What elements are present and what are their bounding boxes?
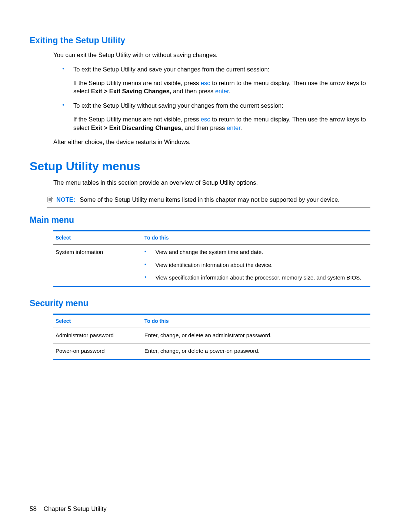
note-label: NOTE:	[56, 196, 75, 203]
note-icon	[47, 196, 53, 205]
cell-todo: Enter, change, or delete an administrato…	[142, 328, 370, 344]
list-item: View identification information about th…	[144, 261, 368, 269]
bullet-lead: To exit the Setup Utility without saving…	[73, 102, 283, 109]
heading-setup-menus: Setup Utility menus	[30, 160, 370, 173]
security-menu-table: Select To do this Administrator password…	[53, 314, 370, 359]
exiting-body: You can exit the Setup Utility with or w…	[53, 51, 370, 146]
heading-security-menu: Security menu	[30, 298, 370, 308]
menus-intro: The menu tables in this section provide …	[53, 178, 370, 187]
page-number: 58	[30, 505, 37, 512]
col-select: Select	[53, 314, 142, 328]
table-row: System information View and change the s…	[53, 244, 370, 286]
enter-key: enter	[227, 124, 240, 131]
main-menu-table: Select To do this System information Vie…	[53, 230, 370, 286]
cell-select: Power-on password	[53, 344, 142, 359]
list-item: View and change the system time and date…	[144, 248, 368, 256]
note-text: Some of the Setup Utility menu items lis…	[80, 196, 340, 203]
table-row: Administrator password Enter, change, or…	[53, 328, 370, 344]
security-menu-table-wrap: Select To do this Administrator password…	[53, 314, 370, 360]
main-menu-table-wrap: Select To do this System information Vie…	[53, 230, 370, 287]
cell-select: Administrator password	[53, 328, 142, 344]
page-footer: 58 Chapter 5 Setup Utility	[30, 505, 107, 513]
col-todo: To do this	[142, 231, 370, 244]
esc-key: esc	[201, 80, 210, 86]
exit-discard-bullet: To exit the Setup Utility without saving…	[62, 101, 370, 132]
exit-save-bullet: To exit the Setup Utility and save your …	[62, 65, 370, 96]
col-todo: To do this	[142, 314, 370, 328]
menu-path: Exit > Exit Saving Changes,	[91, 88, 171, 94]
enter-key: enter	[215, 88, 229, 94]
exiting-intro: You can exit the Setup Utility with or w…	[53, 51, 370, 59]
bullet-lead: To exit the Setup Utility and save your …	[73, 66, 269, 73]
menu-path: Exit > Exit Discarding Changes,	[91, 124, 183, 131]
bullet-sub: If the Setup Utility menus are not visib…	[73, 79, 370, 96]
exiting-after: After either choice, the device restarts…	[53, 138, 370, 146]
bullet-sub: If the Setup Utility menus are not visib…	[73, 115, 370, 132]
heading-main-menu: Main menu	[30, 215, 370, 225]
col-select: Select	[53, 231, 142, 244]
cell-todo: Enter, change, or delete a power-on pass…	[142, 344, 370, 359]
page-content: Exiting the Setup Utility You can exit t…	[0, 0, 400, 382]
exiting-bullets: To exit the Setup Utility and save your …	[62, 65, 370, 132]
esc-key: esc	[201, 116, 210, 123]
cell-select: System information	[53, 244, 142, 286]
chapter-label: Chapter 5 Setup Utility	[44, 505, 107, 512]
heading-exiting: Exiting the Setup Utility	[30, 36, 370, 46]
note-block: NOTE:Some of the Setup Utility menu item…	[47, 193, 370, 208]
list-item: View specification information about the…	[144, 274, 368, 282]
table-row: Power-on password Enter, change, or dele…	[53, 344, 370, 359]
cell-todo: View and change the system time and date…	[142, 244, 370, 286]
menus-body: The menu tables in this section provide …	[53, 178, 370, 187]
